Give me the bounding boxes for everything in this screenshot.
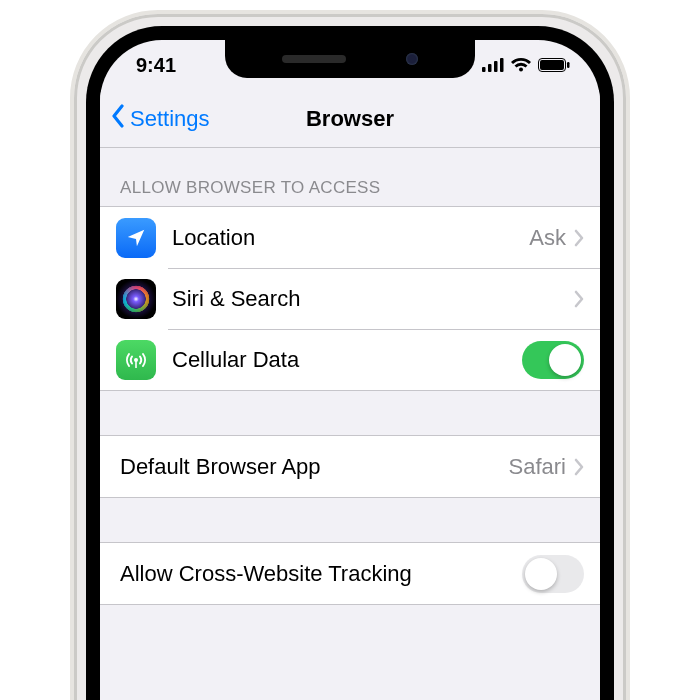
row-location-value: Ask [529, 225, 566, 251]
row-location-label: Location [172, 225, 529, 251]
chevron-right-icon [574, 290, 584, 308]
cross-website-tracking-toggle[interactable] [522, 555, 584, 593]
battery-icon [538, 58, 570, 72]
settings-content: ALLOW BROWSER TO ACCESS Location Ask [100, 148, 600, 605]
iphone-device-frame: 9:41 Set [70, 10, 630, 700]
row-cross-website-tracking[interactable]: Allow Cross-Website Tracking [100, 543, 600, 604]
section-header-access: ALLOW BROWSER TO ACCESS [100, 148, 600, 206]
svg-rect-5 [540, 60, 564, 70]
earpiece-speaker [282, 55, 346, 63]
front-camera [406, 53, 418, 65]
phone-bezel: 9:41 Set [86, 26, 614, 700]
chevron-right-icon [574, 458, 584, 476]
row-default-browser[interactable]: Default Browser App Safari [100, 436, 600, 497]
siri-icon [116, 279, 156, 319]
row-cross-site-label: Allow Cross-Website Tracking [120, 561, 522, 587]
svg-rect-1 [488, 64, 492, 72]
display-notch [225, 40, 475, 78]
row-siri-search[interactable]: Siri & Search [100, 268, 600, 329]
volume-down-button [70, 366, 74, 444]
location-icon [116, 218, 156, 258]
row-cellular-data[interactable]: Cellular Data [100, 329, 600, 390]
svg-rect-6 [567, 62, 570, 68]
status-time: 9:41 [136, 54, 236, 77]
svg-rect-0 [482, 67, 486, 72]
back-label: Settings [130, 106, 210, 132]
navigation-bar: Settings Browser [100, 90, 600, 148]
chevron-right-icon [574, 229, 584, 247]
silent-switch [70, 194, 74, 234]
wifi-icon [510, 57, 532, 73]
row-default-browser-label: Default Browser App [120, 454, 509, 480]
side-button [626, 279, 630, 399]
cellular-signal-icon [482, 58, 504, 72]
chevron-left-icon [110, 104, 126, 134]
group-privacy: Allow Cross-Website Tracking [100, 542, 600, 605]
row-cellular-label: Cellular Data [172, 347, 522, 373]
svg-rect-3 [500, 58, 504, 72]
row-siri-label: Siri & Search [172, 286, 574, 312]
phone-screen: 9:41 Set [100, 40, 600, 700]
group-access: Location Ask Siri & Search [100, 206, 600, 391]
svg-rect-8 [135, 360, 137, 368]
row-default-browser-value: Safari [509, 454, 566, 480]
volume-up-button [70, 269, 74, 347]
cellular-data-toggle[interactable] [522, 341, 584, 379]
svg-rect-2 [494, 61, 498, 72]
cellular-data-icon [116, 340, 156, 380]
back-button[interactable]: Settings [100, 104, 210, 134]
group-default-browser: Default Browser App Safari [100, 435, 600, 498]
row-location[interactable]: Location Ask [100, 207, 600, 268]
